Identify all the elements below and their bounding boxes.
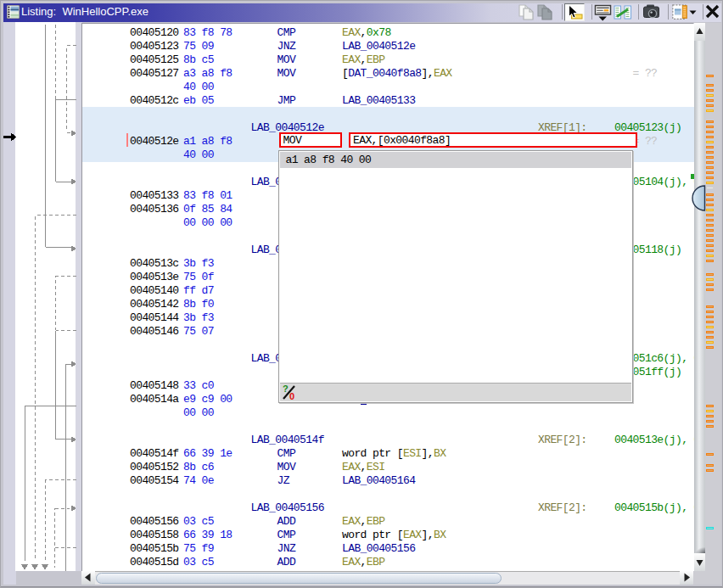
svg-text:0: 0 xyxy=(289,391,294,401)
svg-text:?: ? xyxy=(283,384,289,394)
